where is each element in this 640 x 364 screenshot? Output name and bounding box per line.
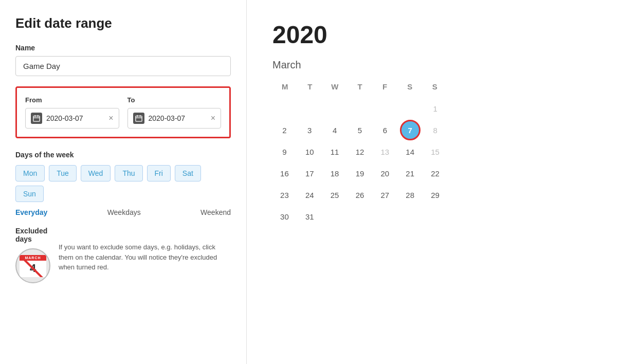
to-date-value: 2020-03-07 [149,114,207,122]
day-button-wed[interactable]: Wed [81,165,111,181]
cal-cell[interactable] [350,98,370,119]
cal-cell[interactable] [400,98,420,119]
calendar-grid: MTWTFSS 12345678910111213141516171819202… [272,79,447,227]
name-input[interactable] [15,56,231,76]
year-title: 2020 [272,21,614,49]
cal-cell[interactable]: 20 [375,163,395,184]
name-label: Name [15,44,231,52]
cal-cell[interactable]: 24 [299,185,320,205]
everyday-preset[interactable]: Everyday [15,208,47,216]
day-button-thu[interactable]: Thu [115,165,142,181]
excluded-days-section: Excluded days MARCH 4 If you want to exc… [15,227,231,283]
calendar-body: 1234567891011121314151617181920212223242… [272,98,447,227]
to-clear-button[interactable]: × [211,114,215,122]
cal-cell[interactable]: 6 [375,120,395,140]
day-presets-row: Everyday Weekdays Weekend [15,208,231,216]
day-button-sat[interactable]: Sat [175,165,201,181]
cal-cell[interactable]: 19 [350,163,370,184]
cal-cell[interactable]: 5 [350,120,370,140]
left-panel: Edit date range Name From 2020-03-07 [0,0,247,364]
svg-rect-4 [135,116,141,122]
day-button-fri[interactable]: Fri [147,165,171,181]
right-panel: 2020 March MTWTFSS 123456789101112131415… [247,0,640,364]
cal-cell[interactable]: 17 [299,163,320,184]
to-date-input-wrapper[interactable]: 2020-03-07 × [127,108,222,129]
cal-day-header: T [298,79,323,94]
to-date-field: To 2020-03-07 × [127,96,222,129]
day-button-mon[interactable]: Mon [15,165,45,181]
from-date-field: From 2020-03-07 × [25,96,119,129]
cal-cell[interactable] [375,206,395,227]
cal-cell[interactable]: 2 [274,120,295,140]
excluded-icon-day: 4 [20,261,46,277]
excluded-icon-inner: MARCH 4 [20,255,46,277]
date-range-box: From 2020-03-07 × To [15,86,231,138]
cal-cell[interactable]: 29 [425,185,446,205]
cal-cell[interactable] [324,98,345,119]
to-label: To [127,96,222,104]
cal-cell[interactable]: 21 [400,163,420,184]
cal-cell[interactable] [299,98,320,119]
cal-cell[interactable] [350,206,370,227]
cal-day-header: W [322,79,348,94]
cal-cell[interactable]: 27 [375,185,395,205]
from-date-value: 2020-03-07 [46,114,104,122]
cal-cell[interactable]: 30 [274,206,295,227]
cal-cell[interactable]: 9 [274,141,295,162]
days-of-week-section: Days of the week MonTueWedThuFriSatSun E… [15,151,231,216]
from-date-input-wrapper[interactable]: 2020-03-07 × [25,108,119,129]
cal-cell[interactable] [425,206,446,227]
cal-cell[interactable]: 1 [425,98,446,119]
cal-cell[interactable]: 13 [375,141,395,162]
month-title: March [272,59,614,71]
from-calendar-icon [31,113,42,124]
to-calendar-icon [133,113,144,124]
cal-day-header: M [272,79,298,94]
cal-cell[interactable]: 22 [425,163,446,184]
cal-cell[interactable]: 26 [350,185,370,205]
weekdays-preset[interactable]: Weekdays [47,208,200,216]
cal-cell[interactable] [274,98,295,119]
cal-cell[interactable]: 3 [299,120,320,140]
day-button-tue[interactable]: Tue [49,165,77,181]
cal-cell[interactable] [324,206,345,227]
from-clear-button[interactable]: × [108,114,113,122]
page-title: Edit date range [15,15,231,31]
cal-cell[interactable]: 7 [400,120,420,140]
cal-cell[interactable] [400,206,420,227]
cal-cell[interactable]: 18 [324,163,345,184]
cal-cell[interactable]: 25 [324,185,345,205]
cal-cell[interactable]: 15 [425,141,446,162]
weekend-preset[interactable]: Weekend [200,208,231,216]
from-label: From [25,96,119,104]
cal-cell[interactable]: 28 [400,185,420,205]
excluded-icon: MARCH 4 [15,248,50,283]
excluded-icon-month: MARCH [20,255,46,261]
cal-day-header: F [372,79,397,94]
cal-cell[interactable]: 12 [350,141,370,162]
excluded-description: If you want to exclude some days, e.g. h… [59,242,231,272]
cal-cell[interactable]: 14 [400,141,420,162]
days-label: Days of the week [15,151,231,159]
excluded-description-wrapper: If you want to exclude some days, e.g. h… [59,227,231,272]
cal-day-header: T [348,79,373,94]
cal-day-header: S [397,79,423,94]
cal-cell[interactable]: 11 [324,141,345,162]
date-range-row: From 2020-03-07 × To [25,96,221,129]
cal-cell[interactable]: 4 [324,120,345,140]
days-buttons-row: MonTueWedThuFriSatSun [15,165,231,202]
cal-cell[interactable]: 16 [274,163,295,184]
svg-rect-0 [33,116,40,122]
cal-cell[interactable]: 10 [299,141,320,162]
cal-cell[interactable] [375,98,395,119]
cal-cell[interactable]: 8 [425,120,446,140]
excluded-title: Excluded days [15,227,50,243]
cal-cell[interactable]: 31 [299,206,320,227]
cal-cell[interactable]: 23 [274,185,295,205]
calendar-header: MTWTFSS [272,79,447,94]
cal-day-header: S [422,79,447,94]
day-button-sun[interactable]: Sun [15,186,44,202]
